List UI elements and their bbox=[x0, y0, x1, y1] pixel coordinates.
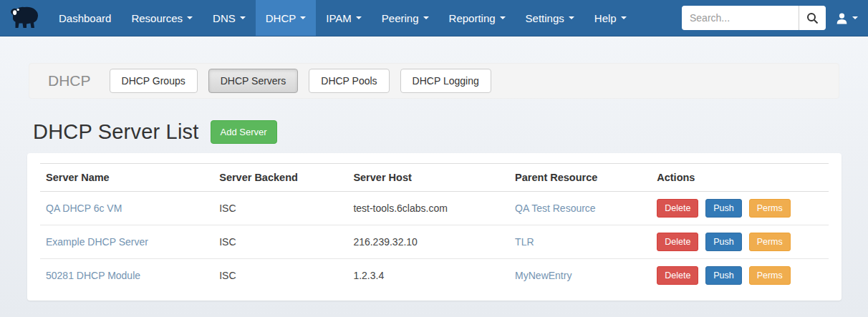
caret-down-icon bbox=[187, 16, 193, 19]
add-server-button[interactable]: Add Server bbox=[211, 120, 277, 144]
caret-down-icon bbox=[300, 16, 306, 19]
caret-down-icon bbox=[852, 16, 858, 19]
server-backend-value: ISC bbox=[213, 192, 347, 225]
caret-down-icon bbox=[356, 16, 362, 19]
parent-resource-link[interactable]: TLR bbox=[515, 236, 534, 248]
server-name-link[interactable]: 50281 DHCP Module bbox=[46, 270, 140, 281]
column-header-server-backend: Server Backend bbox=[213, 164, 347, 192]
nav-item-settings[interactable]: Settings bbox=[516, 0, 584, 36]
search-group bbox=[682, 6, 826, 30]
caret-down-icon bbox=[240, 16, 246, 19]
table-row: 50281 DHCP Module ISC 1.2.3.4 MyNewEntry… bbox=[40, 259, 829, 293]
nav-item-label: Help bbox=[594, 12, 617, 24]
caret-down-icon bbox=[500, 16, 506, 19]
page-title: DHCP Server List bbox=[33, 120, 199, 144]
push-button[interactable]: Push bbox=[705, 199, 742, 218]
subnav-button-dhcp-pools[interactable]: DHCP Pools bbox=[309, 69, 389, 93]
column-header-server-name: Server Name bbox=[40, 164, 213, 192]
nav-item-label: Settings bbox=[526, 12, 564, 24]
delete-button[interactable]: Delete bbox=[657, 266, 698, 285]
subnav-button-dhcp-logging[interactable]: DHCP Logging bbox=[400, 69, 491, 93]
table-row: Example DHCP Server ISC 216.239.32.10 TL… bbox=[40, 225, 829, 259]
perms-button[interactable]: Perms bbox=[749, 199, 791, 218]
push-button[interactable]: Push bbox=[705, 266, 742, 285]
table-header-row: Server Name Server Backend Server Host P… bbox=[40, 164, 829, 192]
dhcp-server-list-screen: Dashboard Resources DNS DHCP IPAM Peerin… bbox=[0, 0, 868, 317]
server-backend-value: ISC bbox=[213, 259, 347, 293]
column-header-actions: Actions bbox=[651, 164, 829, 192]
nav-item-dns[interactable]: DNS bbox=[203, 0, 256, 36]
nav-item-label: Resources bbox=[131, 12, 183, 24]
column-header-parent-resource: Parent Resource bbox=[509, 164, 651, 192]
user-menu-button[interactable] bbox=[836, 12, 858, 24]
nav-item-label: IPAM bbox=[326, 12, 352, 24]
top-navbar: Dashboard Resources DNS DHCP IPAM Peerin… bbox=[0, 0, 868, 36]
nav-item-peering[interactable]: Peering bbox=[372, 0, 439, 36]
server-name-link[interactable]: Example DHCP Server bbox=[46, 236, 148, 248]
heading-row: DHCP Server List Add Server bbox=[33, 120, 839, 144]
server-name-link[interactable]: QA DHCP 6c VM bbox=[46, 203, 122, 214]
column-header-server-host: Server Host bbox=[347, 164, 509, 192]
dhcp-subnav-panel: DHCP DHCP Groups DHCP Servers DHCP Pools… bbox=[29, 63, 839, 99]
search-icon bbox=[806, 12, 819, 24]
parent-resource-link[interactable]: QA Test Resource bbox=[515, 203, 596, 214]
subnav-button-dhcp-servers[interactable]: DHCP Servers bbox=[208, 69, 299, 93]
caret-down-icon bbox=[569, 16, 574, 19]
nav-item-label: Dashboard bbox=[59, 12, 111, 24]
main-menu: Dashboard Resources DNS DHCP IPAM Peerin… bbox=[49, 0, 637, 36]
search-button[interactable] bbox=[799, 6, 826, 30]
nav-item-reporting[interactable]: Reporting bbox=[439, 0, 516, 36]
server-host-value: 216.239.32.10 bbox=[347, 225, 509, 259]
user-icon bbox=[836, 12, 848, 24]
nav-item-label: DHCP bbox=[266, 12, 296, 24]
nav-item-dhcp[interactable]: DHCP bbox=[256, 0, 317, 36]
nav-item-label: Peering bbox=[382, 12, 419, 24]
navbar-right bbox=[682, 0, 868, 36]
delete-button[interactable]: Delete bbox=[657, 233, 698, 251]
server-list-card: Server Name Server Backend Server Host P… bbox=[27, 153, 842, 301]
provision-animal-logo-icon bbox=[7, 6, 40, 30]
nav-item-label: Reporting bbox=[449, 12, 496, 24]
server-host-value: 1.2.3.4 bbox=[347, 259, 509, 293]
table-row: QA DHCP 6c VM ISC test-tools.6clabs.com … bbox=[40, 192, 829, 225]
search-input[interactable] bbox=[682, 6, 799, 30]
subnav-title: DHCP bbox=[48, 72, 91, 89]
nav-item-resources[interactable]: Resources bbox=[121, 0, 203, 36]
caret-down-icon bbox=[621, 16, 627, 19]
dhcp-server-table: Server Name Server Backend Server Host P… bbox=[40, 163, 829, 292]
subnav-button-dhcp-groups[interactable]: DHCP Groups bbox=[110, 69, 198, 93]
caret-down-icon bbox=[423, 16, 429, 19]
nav-item-dashboard[interactable]: Dashboard bbox=[49, 0, 121, 36]
nav-item-label: DNS bbox=[213, 12, 236, 24]
nav-item-help[interactable]: Help bbox=[584, 0, 637, 36]
server-backend-value: ISC bbox=[213, 225, 347, 259]
perms-button[interactable]: Perms bbox=[749, 233, 791, 251]
delete-button[interactable]: Delete bbox=[657, 199, 698, 218]
nav-item-ipam[interactable]: IPAM bbox=[316, 0, 372, 36]
server-host-value: test-tools.6clabs.com bbox=[347, 192, 509, 225]
parent-resource-link[interactable]: MyNewEntry bbox=[515, 270, 572, 281]
push-button[interactable]: Push bbox=[705, 233, 742, 251]
app-logo[interactable] bbox=[0, 0, 49, 36]
perms-button[interactable]: Perms bbox=[749, 266, 791, 285]
